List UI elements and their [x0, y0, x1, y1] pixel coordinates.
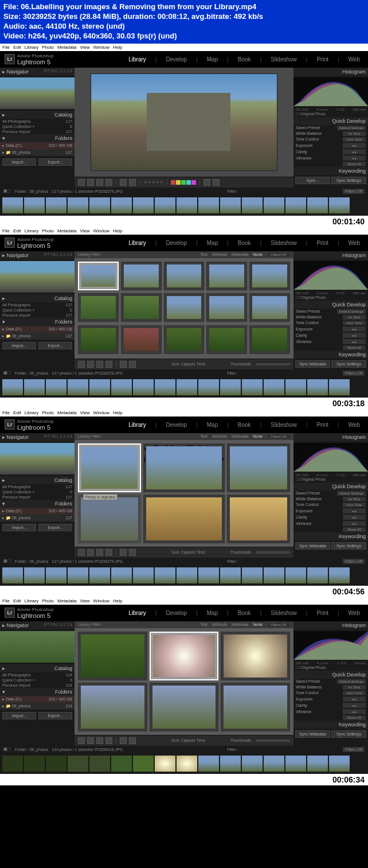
catalog-all[interactable]: All Photographs114	[0, 672, 75, 678]
module-web[interactable]: Web	[345, 239, 363, 247]
filmstrip-thumb[interactable]	[329, 379, 350, 395]
filmstrip-thumb[interactable]	[133, 567, 154, 583]
module-book[interactable]: Book	[234, 239, 255, 247]
grid-cell[interactable]	[78, 293, 119, 322]
qd-clarity-control[interactable]: ◂ ▸	[343, 515, 366, 520]
filter-attribute[interactable]: Attribute	[212, 622, 227, 626]
filmstrip-thumb[interactable]	[2, 379, 23, 395]
filmstrip-thumb[interactable]	[2, 197, 23, 213]
qd-autotone-button[interactable]: Auto Tone	[343, 503, 366, 507]
filmstrip-thumb[interactable]	[155, 379, 175, 395]
qd-preset-select[interactable]: Default Settings	[337, 491, 366, 496]
navigator-preview[interactable]	[0, 261, 75, 293]
folder-drive[interactable]: ▸ Data (D:)310 / 465 GB	[0, 508, 75, 515]
folder-drive[interactable]: ▸ Data (D:)310 / 465 GB	[0, 326, 75, 333]
filmstrip[interactable]	[0, 195, 368, 216]
qd-reset-button[interactable]: Reset All	[343, 345, 366, 350]
folder-drive[interactable]: ▸ Data (D:)310 / 465 GB	[0, 696, 75, 703]
filter-text[interactable]: Text	[200, 434, 208, 438]
histogram-header[interactable]: Histogram	[293, 621, 368, 629]
module-develop[interactable]: Develop	[162, 239, 190, 247]
folder-item[interactable]: ▸ 📁 09_photos117	[0, 149, 75, 156]
grid-cell[interactable]	[221, 683, 290, 731]
export-button[interactable]: Export...	[38, 158, 72, 166]
qd-vibrance-control[interactable]: ◂ ▸	[343, 155, 366, 161]
module-web[interactable]: Web	[345, 55, 363, 64]
catalog-prev[interactable]: Previous Import114	[0, 683, 75, 688]
folders-header[interactable]: ▾ Folders	[0, 134, 75, 142]
grid-cell[interactable]	[227, 495, 290, 543]
filmstrip-thumb[interactable]	[242, 567, 263, 583]
survey-view-icon[interactable]	[105, 179, 112, 186]
filmstrip-thumb[interactable]	[46, 197, 66, 213]
menu-photo[interactable]: Photo	[42, 45, 54, 50]
compare-view-icon[interactable]	[96, 549, 103, 556]
filmstrip-thumb[interactable]	[177, 756, 197, 772]
menu-edit[interactable]: Edit	[13, 410, 21, 415]
flag-reject-icon[interactable]	[129, 361, 136, 368]
compare-view-icon[interactable]	[96, 361, 103, 368]
qd-exposure-control[interactable]: ◂ ▸	[343, 326, 366, 332]
flag-pick-icon[interactable]	[120, 361, 127, 368]
filmstrip-thumb[interactable]	[46, 379, 66, 395]
histogram[interactable]	[293, 443, 368, 472]
thumbnail-size-slider[interactable]	[256, 363, 290, 365]
filmstrip-thumb[interactable]	[285, 756, 306, 772]
color-blue[interactable]	[186, 180, 191, 185]
filter-text[interactable]: Text	[200, 252, 208, 256]
color-green[interactable]	[181, 180, 186, 185]
filmstrip-thumb[interactable]	[111, 379, 132, 395]
grid-cell[interactable]	[249, 262, 290, 290]
sync-settings-button[interactable]: Sync Settings	[331, 360, 366, 368]
qd-autotone-button[interactable]: Auto Tone	[343, 321, 366, 325]
filmstrip-thumb[interactable]	[111, 567, 132, 583]
grid-cell[interactable]	[206, 262, 247, 290]
screen-toggle-icon[interactable]: ⬚	[7, 371, 11, 375]
quick-develop-header[interactable]: Quick Develop	[293, 301, 368, 309]
menu-file[interactable]: File	[2, 598, 10, 604]
menu-edit[interactable]: Edit	[13, 598, 21, 604]
module-develop[interactable]: Develop	[162, 421, 190, 429]
keywording-header[interactable]: Keywording	[293, 351, 368, 359]
survey-view-icon[interactable]	[105, 737, 112, 744]
qd-reset-button[interactable]: Reset All	[343, 527, 366, 532]
histogram-header[interactable]: Histogram	[293, 251, 368, 259]
menu-library[interactable]: Library	[25, 45, 38, 50]
folder-drive[interactable]: ▸ Data (D:)310 / 465 GB	[0, 142, 75, 149]
filter-none[interactable]: None	[253, 434, 263, 438]
menu-file[interactable]: File	[2, 228, 10, 233]
catalog-header[interactable]: ▸ Catalog	[0, 476, 75, 484]
menu-photo[interactable]: Photo	[42, 228, 54, 233]
filmstrip-thumb[interactable]	[133, 756, 154, 772]
menu-view[interactable]: View	[80, 45, 89, 50]
grid-cell[interactable]	[249, 293, 290, 322]
catalog-prev[interactable]: Previous Import117	[0, 129, 75, 134]
module-print[interactable]: Print	[313, 239, 332, 247]
grid-cell[interactable]	[121, 293, 162, 322]
screen-toggle-icon[interactable]: ⬚	[7, 747, 11, 752]
sync-metadata-button[interactable]: Sync Metadata	[295, 360, 330, 368]
filmstrip-thumb[interactable]	[89, 567, 110, 583]
grid-toggle-icon[interactable]: ▦	[3, 371, 7, 375]
sync-settings-button[interactable]: Sync Settings	[331, 177, 366, 184]
grid-toggle-icon[interactable]: ▦	[3, 189, 7, 193]
qd-preset-select[interactable]: Default Settings	[337, 126, 366, 130]
qd-preset-select[interactable]: Default Settings	[337, 679, 366, 684]
filmstrip-thumb[interactable]	[133, 197, 154, 213]
flag-reject-icon[interactable]	[129, 179, 136, 186]
filmstrip-thumb[interactable]	[68, 197, 88, 213]
filmstrip-thumb[interactable]	[24, 756, 45, 772]
folder-item[interactable]: ▸ 📁 09_photos114	[0, 703, 75, 710]
folders-header[interactable]: ▾ Folders	[0, 318, 75, 326]
filmstrip-thumb[interactable]	[68, 756, 88, 772]
qd-clarity-control[interactable]: ◂ ▸	[343, 703, 366, 708]
filmstrip-folder[interactable]: Folder : 09_photos	[15, 189, 48, 193]
filmstrip-thumb[interactable]	[24, 379, 45, 395]
module-web[interactable]: Web	[345, 609, 363, 617]
module-slideshow[interactable]: Slideshow	[267, 609, 300, 617]
filters-off-dropdown[interactable]: Filters Off	[267, 622, 290, 627]
sync-metadata-button[interactable]: Sync Metadata	[295, 542, 330, 550]
flag-pick-icon[interactable]	[120, 549, 127, 556]
compare-view-icon[interactable]	[96, 737, 103, 744]
filmstrip-thumb[interactable]	[220, 567, 241, 583]
